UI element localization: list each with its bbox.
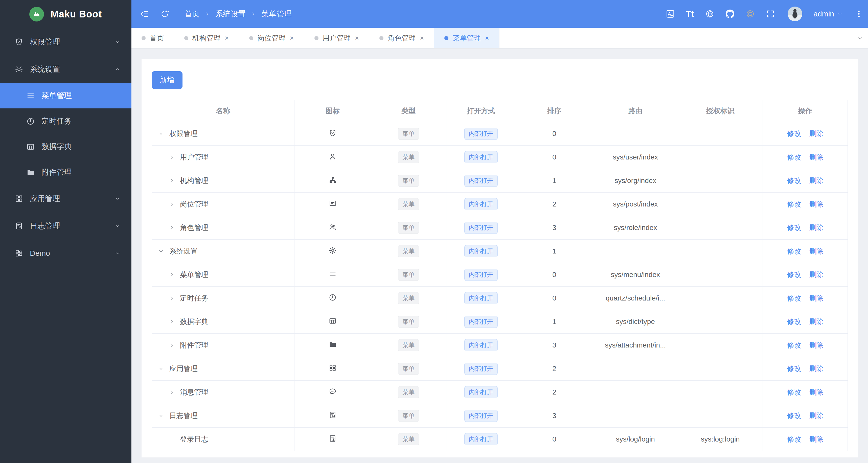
delete-link[interactable]: 删除 bbox=[809, 153, 823, 161]
avatar[interactable] bbox=[787, 7, 802, 21]
perm-value bbox=[678, 404, 763, 428]
font-size-icon[interactable]: Tt bbox=[686, 9, 694, 19]
fullscreen-icon[interactable] bbox=[766, 9, 775, 19]
route-value: quartz/schedule/i... bbox=[593, 286, 678, 310]
edit-link[interactable]: 修改 bbox=[787, 153, 801, 161]
chevron-right-icon[interactable] bbox=[168, 177, 177, 184]
edit-link[interactable]: 修改 bbox=[787, 294, 801, 302]
github-icon[interactable] bbox=[725, 9, 735, 19]
delete-link[interactable]: 删除 bbox=[809, 435, 823, 443]
edit-link[interactable]: 修改 bbox=[787, 177, 801, 185]
sidebar-item-demo[interactable]: Demo bbox=[0, 240, 131, 267]
tab-close-icon[interactable]: × bbox=[225, 35, 229, 42]
breadcrumb-item[interactable]: 菜单管理 bbox=[261, 9, 292, 19]
breadcrumb-item[interactable]: 首页 bbox=[185, 9, 200, 19]
chevron-right-icon[interactable] bbox=[168, 318, 177, 325]
chevron-right-icon[interactable] bbox=[168, 224, 177, 231]
delete-link[interactable]: 删除 bbox=[809, 294, 823, 302]
tab-list: 首页 机构管理 × 岗位管理 × 用户管理 × 角色管理 × 菜单管理 × bbox=[131, 28, 851, 48]
chevron-down-icon[interactable] bbox=[158, 412, 166, 419]
menu-name: 数据字典 bbox=[180, 317, 208, 327]
delete-link[interactable]: 删除 bbox=[809, 271, 823, 278]
sidebar-item-log-mgmt[interactable]: 日志管理 bbox=[0, 212, 131, 240]
delete-link[interactable]: 删除 bbox=[809, 247, 823, 255]
edit-link[interactable]: 修改 bbox=[787, 412, 801, 420]
menu-name: 应用管理 bbox=[169, 364, 198, 373]
chevron-right-icon[interactable] bbox=[168, 342, 177, 348]
sidebar-item-app-mgmt[interactable]: 应用管理 bbox=[0, 185, 131, 212]
tab-home[interactable]: 首页 bbox=[131, 28, 174, 48]
translate-icon[interactable] bbox=[666, 9, 675, 19]
chevron-down-icon[interactable] bbox=[158, 130, 166, 137]
chevron-down-icon[interactable] bbox=[158, 248, 166, 254]
folder-icon bbox=[329, 340, 337, 348]
breadcrumb-item[interactable]: 系统设置 bbox=[215, 9, 246, 19]
type-tag: 菜单 bbox=[398, 363, 419, 375]
delete-link[interactable]: 删除 bbox=[809, 224, 823, 232]
chevron-down-icon[interactable] bbox=[158, 365, 166, 372]
tab-org-mgmt[interactable]: 机构管理 × bbox=[174, 28, 239, 48]
edit-link[interactable]: 修改 bbox=[787, 388, 801, 396]
edit-link[interactable]: 修改 bbox=[787, 130, 801, 137]
tab-close-icon[interactable]: × bbox=[485, 35, 489, 42]
chevron-right-icon[interactable] bbox=[168, 272, 177, 278]
add-button[interactable]: 新增 bbox=[152, 71, 183, 89]
delete-link[interactable]: 删除 bbox=[809, 130, 823, 137]
column-header[interactable]: 图标 bbox=[294, 100, 371, 122]
edit-link[interactable]: 修改 bbox=[787, 271, 801, 278]
delete-link[interactable]: 删除 bbox=[809, 341, 823, 349]
edit-link[interactable]: 修改 bbox=[787, 200, 801, 208]
tab-dot bbox=[379, 36, 383, 40]
gear-icon bbox=[15, 65, 23, 73]
perm-value bbox=[678, 216, 763, 240]
edit-link[interactable]: 修改 bbox=[787, 224, 801, 232]
column-header[interactable]: 类型 bbox=[371, 100, 446, 122]
sidebar-item-system-settings[interactable]: 系统设置 bbox=[0, 56, 131, 83]
chevron-right-icon[interactable] bbox=[168, 389, 177, 396]
chevron-right-icon[interactable] bbox=[168, 295, 177, 302]
delete-link[interactable]: 删除 bbox=[809, 388, 823, 396]
tab-user-mgmt[interactable]: 用户管理 × bbox=[304, 28, 369, 48]
delete-link[interactable]: 删除 bbox=[809, 177, 823, 185]
sidebar-item-scheduled-tasks[interactable]: 定时任务 bbox=[0, 109, 131, 134]
tab-close-icon[interactable]: × bbox=[355, 35, 359, 42]
delete-link[interactable]: 删除 bbox=[809, 365, 823, 373]
user-menu[interactable]: admin bbox=[813, 9, 843, 18]
edit-link[interactable]: 修改 bbox=[787, 341, 801, 349]
delete-link[interactable]: 删除 bbox=[809, 412, 823, 420]
collapse-sidebar-icon[interactable] bbox=[140, 9, 149, 19]
refresh-icon[interactable] bbox=[160, 9, 169, 19]
globe-icon[interactable] bbox=[705, 9, 714, 19]
table-row: 数据字典 菜单 内部打开 1 sys/dict/type 修改 删除 bbox=[152, 310, 848, 334]
sidebar-item-menu-mgmt[interactable]: 菜单管理 bbox=[0, 83, 131, 109]
edit-link[interactable]: 修改 bbox=[787, 247, 801, 255]
column-header[interactable]: 排序 bbox=[516, 100, 593, 122]
tab-list-dropdown[interactable] bbox=[851, 28, 868, 48]
delete-link[interactable]: 删除 bbox=[809, 318, 823, 326]
column-header[interactable]: 授权标识 bbox=[678, 100, 763, 122]
chevron-right-icon[interactable] bbox=[168, 154, 177, 160]
route-value: sys/menu/index bbox=[593, 263, 678, 286]
column-header[interactable]: 名称 bbox=[152, 100, 294, 122]
column-header[interactable]: 路由 bbox=[593, 100, 678, 122]
sidebar-item-permission-mgmt[interactable]: 权限管理 bbox=[0, 28, 131, 56]
edit-link[interactable]: 修改 bbox=[787, 365, 801, 373]
delete-link[interactable]: 删除 bbox=[809, 200, 823, 208]
kebab-menu-icon[interactable] bbox=[854, 9, 863, 19]
tab-post-mgmt[interactable]: 岗位管理 × bbox=[239, 28, 304, 48]
gitee-icon[interactable] bbox=[746, 9, 755, 19]
sidebar-item-attachment-mgmt[interactable]: 附件管理 bbox=[0, 159, 131, 185]
chevron-right-icon[interactable] bbox=[168, 201, 177, 208]
menu-name: 菜单管理 bbox=[180, 270, 208, 280]
sidebar-item-data-dictionary[interactable]: 数据字典 bbox=[0, 134, 131, 159]
tab-close-icon[interactable]: × bbox=[420, 35, 424, 42]
brand[interactable]: Maku Boot bbox=[0, 0, 131, 28]
tab-close-icon[interactable]: × bbox=[290, 35, 294, 42]
edit-link[interactable]: 修改 bbox=[787, 435, 801, 443]
edit-link[interactable]: 修改 bbox=[787, 318, 801, 326]
column-header[interactable]: 打开方式 bbox=[446, 100, 516, 122]
tab-menu-mgmt[interactable]: 菜单管理 × bbox=[434, 28, 499, 48]
route-value: sys/post/index bbox=[593, 193, 678, 216]
column-header[interactable]: 操作 bbox=[763, 100, 848, 122]
tab-role-mgmt[interactable]: 角色管理 × bbox=[369, 28, 434, 48]
